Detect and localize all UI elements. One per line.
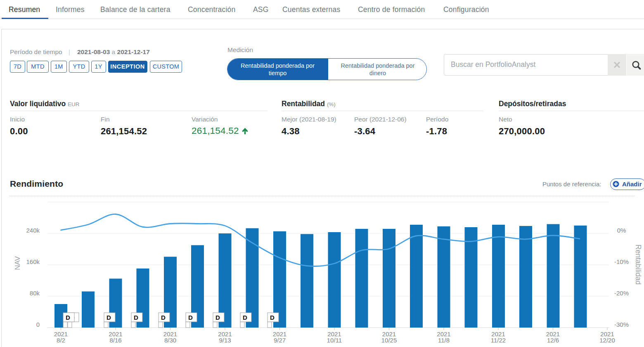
svg-text:0: 0 [36, 321, 40, 328]
svg-text:8/16: 8/16 [109, 337, 121, 344]
svg-text:80k: 80k [30, 290, 40, 297]
svg-text:-30%: -30% [614, 321, 629, 328]
svg-text:-20%: -20% [614, 290, 629, 297]
svg-text:12/6: 12/6 [547, 337, 559, 344]
svg-text:Rentabilidad: Rentabilidad [634, 245, 642, 285]
svg-text:10/11: 10/11 [327, 337, 342, 344]
svg-text:9/27: 9/27 [274, 337, 286, 344]
svg-text:8/30: 8/30 [164, 337, 176, 344]
svg-text:10/25: 10/25 [381, 337, 397, 344]
svg-text:12/20: 12/20 [599, 337, 615, 344]
svg-text:9/13: 9/13 [219, 337, 231, 344]
svg-text:NAV: NAV [14, 256, 21, 270]
svg-text:11/22: 11/22 [491, 337, 506, 344]
svg-text:11/8: 11/8 [438, 337, 450, 344]
svg-text:8/2: 8/2 [57, 337, 65, 344]
svg-text:0%: 0% [617, 227, 626, 234]
svg-text:-10%: -10% [614, 258, 629, 265]
svg-text:Añadir: Añadir [622, 181, 642, 188]
svg-text:240k: 240k [26, 227, 40, 234]
svg-text:160k: 160k [26, 258, 40, 265]
